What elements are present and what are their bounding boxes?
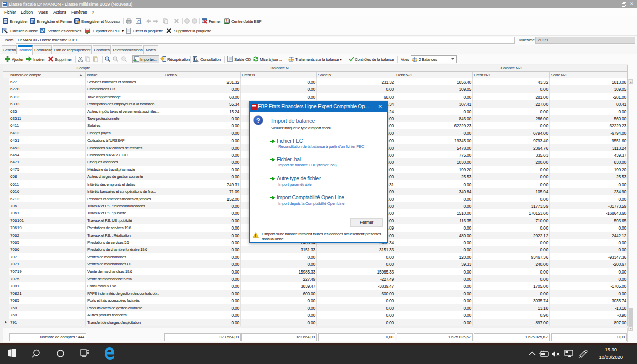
svg-text:?: ? — [225, 19, 228, 22]
